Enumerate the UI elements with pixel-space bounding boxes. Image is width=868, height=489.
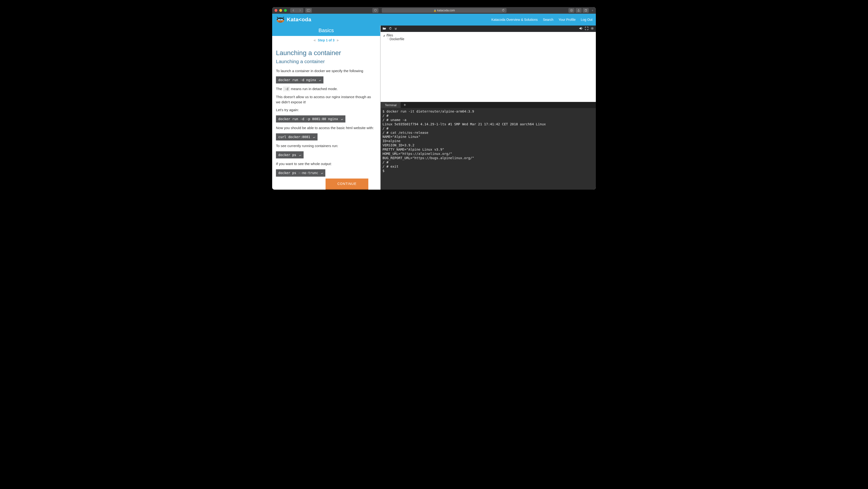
code-snippet[interactable]: docker ps ↵	[276, 151, 304, 159]
tree-branch-icon: └	[387, 37, 389, 41]
share-button[interactable]	[576, 8, 582, 13]
maximize-window-button[interactable]	[284, 9, 287, 12]
code-snippet[interactable]: docker run -d -p 8081:80 nginx ↵	[276, 115, 345, 122]
logo[interactable]: Kata<oda	[276, 16, 311, 23]
ide-panel: ◢ /files └ Dockerfile Terminal + $ docke…	[380, 26, 596, 190]
next-step-button[interactable]: ▶	[337, 38, 339, 42]
nav-logout[interactable]: Log Out	[581, 18, 592, 22]
lesson-content: Launching a container Launching a contai…	[272, 45, 380, 190]
enter-icon: ↵	[299, 153, 301, 157]
nav-search[interactable]: Search	[543, 18, 553, 22]
folder-open-icon[interactable]	[382, 27, 386, 31]
code-snippet[interactable]: curl docker:8081 ↵	[276, 133, 317, 140]
editor-toolbar	[381, 26, 596, 32]
gear-icon[interactable]	[591, 27, 594, 31]
enter-icon: ↵	[313, 135, 315, 139]
terminal-tab[interactable]: Terminal	[381, 102, 401, 108]
tree-file-label: Dockerfile	[390, 37, 404, 41]
lesson-subtitle: Launching a container	[276, 58, 376, 65]
logo-text: Kata<oda	[287, 17, 311, 23]
forward-button[interactable]	[297, 8, 303, 13]
code-snippet[interactable]: docker run -d nginx ↵	[276, 76, 323, 84]
browser-right-controls	[568, 8, 589, 13]
tree-collapse-icon[interactable]: ◢	[383, 34, 386, 37]
browser-window: 🔒 katacoda.com +	[272, 7, 596, 190]
tabs-button[interactable]	[583, 8, 589, 13]
terminal-section: Terminal + $ docker run -it dieterreuter…	[381, 102, 596, 190]
svg-point-7	[281, 19, 282, 20]
back-button[interactable]	[290, 8, 297, 13]
url-text: katacoda.com	[437, 9, 455, 12]
tree-folder[interactable]: ◢ /files	[383, 33, 593, 37]
prev-step-button[interactable]: ◀	[313, 38, 315, 42]
nav-profile[interactable]: Your Profile	[559, 18, 576, 22]
lesson-text: To see currently running containers run:	[276, 143, 376, 148]
code-snippet[interactable]: docker ps --no-trunc ↵	[276, 169, 325, 176]
downloads-button[interactable]	[568, 8, 575, 13]
refresh-icon[interactable]	[389, 27, 392, 31]
chevron-down-icon[interactable]	[394, 27, 397, 31]
site-header: Kata<oda Katacoda Overview & Solutions S…	[272, 14, 596, 26]
terminal-output[interactable]: $ docker run -it dieterreuter/alpine-arm…	[381, 108, 596, 190]
add-terminal-button[interactable]: +	[401, 102, 409, 108]
window-controls	[275, 9, 287, 12]
lesson-panel: Basics ◀ Step 1 of 3 ▶ Launching a conta…	[272, 26, 380, 190]
module-title: Basics	[272, 26, 380, 36]
lock-icon: 🔒	[434, 9, 436, 12]
svg-point-8	[592, 28, 593, 29]
sidebar-toggle-button[interactable]	[305, 8, 312, 13]
lesson-text: Let's try again:	[276, 107, 376, 113]
enter-icon: ↵	[341, 117, 343, 121]
enter-icon: ↵	[321, 171, 323, 175]
file-tree: ◢ /files └ Dockerfile	[381, 32, 596, 102]
browser-chrome: 🔒 katacoda.com +	[272, 7, 596, 14]
privacy-report-button[interactable]	[372, 8, 378, 13]
terminal-tabs: Terminal +	[381, 102, 596, 108]
continue-button[interactable]: CONTINUE	[326, 178, 368, 190]
step-indicator: ◀ Step 1 of 3 ▶	[272, 36, 380, 45]
lesson-title: Launching a container	[276, 48, 376, 58]
nav-links: Katacoda Overview & Solutions Search You…	[491, 18, 592, 22]
main-content: Basics ◀ Step 1 of 3 ▶ Launching a conta…	[272, 26, 596, 190]
lesson-text: Now you should be able to access the bas…	[276, 125, 376, 131]
lesson-text: This doesn't allow us to access our ngin…	[276, 94, 376, 105]
lesson-text: If you want to see the whole output:	[276, 161, 376, 167]
svg-rect-3	[585, 10, 587, 11]
new-tab-button[interactable]: +	[592, 8, 593, 12]
lesson-text: The -d means run in detached mode.	[276, 86, 376, 91]
announce-icon[interactable]	[579, 27, 583, 31]
lesson-text: To launch a container in docker we speci…	[276, 68, 376, 74]
tree-file[interactable]: └ Dockerfile	[387, 37, 593, 41]
nav-overview[interactable]: Katacoda Overview & Solutions	[491, 18, 538, 22]
svg-rect-0	[307, 9, 310, 11]
tree-folder-label: /files	[386, 33, 393, 37]
logo-mascot-icon	[276, 16, 285, 23]
svg-point-6	[279, 19, 279, 20]
enter-icon: ↵	[319, 78, 321, 82]
nav-back-forward	[290, 8, 303, 13]
close-window-button[interactable]	[275, 9, 277, 12]
fullscreen-icon[interactable]	[585, 27, 588, 31]
address-bar[interactable]: 🔒 katacoda.com	[382, 8, 506, 13]
inline-code: -d	[283, 87, 290, 91]
minimize-window-button[interactable]	[279, 9, 282, 12]
step-label: Step 1 of 3	[318, 38, 335, 42]
reload-icon[interactable]	[502, 9, 505, 12]
